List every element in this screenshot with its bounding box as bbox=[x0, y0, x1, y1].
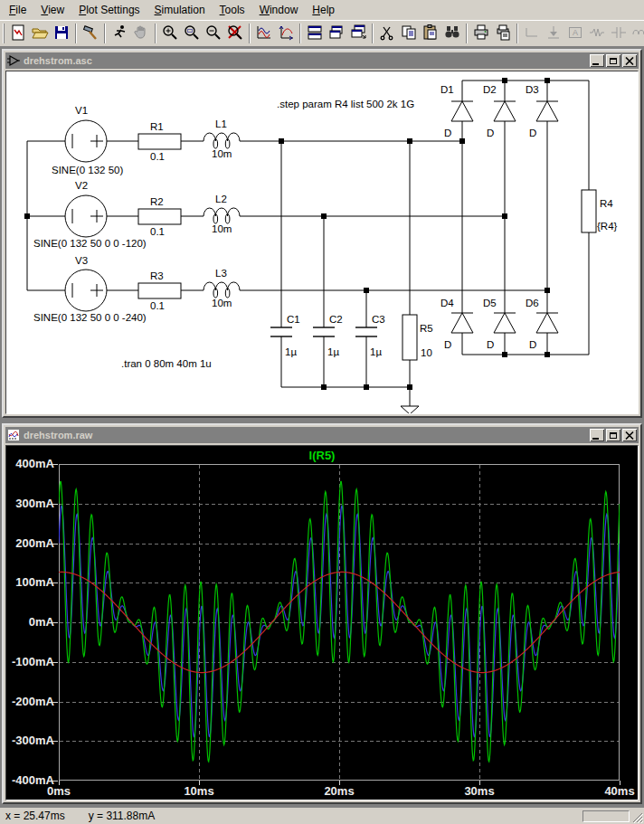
schematic-window-title: drehstrom.asc bbox=[24, 55, 590, 66]
tile-vertical-button[interactable] bbox=[326, 23, 347, 44]
plot-axes-button[interactable] bbox=[275, 23, 297, 44]
open-button[interactable] bbox=[29, 23, 51, 44]
menu-tools[interactable]: Tools bbox=[213, 1, 252, 19]
print-button[interactable] bbox=[470, 23, 492, 44]
toolbar-separator bbox=[466, 24, 468, 43]
new-schematic-icon bbox=[9, 24, 27, 44]
schematic-label: C2 bbox=[329, 314, 343, 325]
minimize-button[interactable] bbox=[590, 429, 604, 441]
menu-window[interactable]: Window bbox=[252, 1, 306, 19]
schematic-label: R5 bbox=[420, 323, 433, 334]
maximize-button[interactable] bbox=[606, 54, 620, 67]
junction-dot bbox=[502, 78, 507, 83]
y-tick-label: -300mA bbox=[6, 734, 54, 748]
schematic-label: 10m bbox=[212, 148, 232, 159]
plot-canvas[interactable] bbox=[59, 464, 620, 781]
schematic-label: L2 bbox=[215, 194, 227, 204]
zoom-fit-icon bbox=[183, 24, 201, 44]
waveform-window: drehstrom.raw I(R5) 400mA300mA200mA100mA… bbox=[2, 423, 642, 804]
diode-symbol bbox=[494, 313, 516, 333]
schematic-label: 1µ bbox=[370, 346, 382, 357]
x-tick-mark bbox=[339, 781, 340, 785]
schematic-label: {R4} bbox=[597, 221, 618, 232]
schematic-label: D6 bbox=[526, 298, 539, 308]
control-panel-icon bbox=[81, 24, 99, 44]
paste-button[interactable] bbox=[420, 23, 441, 44]
junction-dot bbox=[407, 138, 412, 144]
resistor-symbol bbox=[582, 190, 596, 232]
copy-button[interactable] bbox=[398, 23, 420, 44]
y-tick-mark bbox=[52, 662, 58, 663]
new-schematic-button[interactable] bbox=[7, 23, 29, 44]
mdi-area: drehstrom.asc V1SINE(0 132 50)V2SINE(0 1… bbox=[0, 47, 644, 808]
print-preview-button[interactable] bbox=[492, 23, 514, 44]
y-tick-label: 200mA bbox=[6, 536, 54, 551]
schematic-label: .tran 0 80m 40m 1u bbox=[121, 358, 212, 369]
resistor-symbol bbox=[138, 283, 181, 298]
menu-view[interactable]: View bbox=[33, 1, 71, 19]
schematic-canvas[interactable]: V1SINE(0 132 50)V2SINE(0 132 50 0 0 -120… bbox=[5, 71, 639, 414]
cut-button[interactable] bbox=[376, 23, 398, 44]
schematic-titlebar[interactable]: drehstrom.asc bbox=[5, 52, 639, 69]
junction-dot bbox=[364, 384, 369, 390]
close-icon[interactable] bbox=[622, 429, 637, 441]
zoom-out-button[interactable] bbox=[203, 23, 224, 44]
menu-simulation[interactable]: Simulation bbox=[147, 1, 213, 19]
resistor-symbol bbox=[138, 209, 181, 224]
schematic-label: SINE(0 132 50 0 0 -120) bbox=[33, 238, 147, 249]
menu-file[interactable]: File bbox=[2, 1, 33, 19]
schematic-label: L1 bbox=[215, 118, 227, 129]
junction-dot bbox=[502, 352, 507, 357]
y-tick-label: -200mA bbox=[6, 695, 54, 709]
status-bar: x = 25.47ms y = 311.88mA bbox=[0, 808, 644, 824]
schematic-window-icon bbox=[7, 54, 20, 67]
trace-legend[interactable]: I(R5) bbox=[6, 449, 638, 462]
menu-bar: FileViewPlot SettingsSimulationToolsWind… bbox=[0, 0, 644, 20]
wire-icon bbox=[523, 24, 541, 44]
print-preview-icon bbox=[494, 24, 512, 44]
toolbar-separator bbox=[372, 24, 374, 43]
zoom-fit-button[interactable] bbox=[181, 23, 203, 44]
y-tick-mark bbox=[52, 544, 58, 545]
close-icon[interactable] bbox=[622, 54, 637, 67]
inductor-symbol bbox=[204, 133, 240, 141]
schematic-label: .step param R4 list 500 2k 1G bbox=[277, 99, 414, 109]
tile-horizontal-button[interactable] bbox=[304, 23, 326, 44]
y-tick-mark bbox=[52, 702, 58, 703]
resize-grip[interactable] bbox=[631, 811, 643, 823]
maximize-button[interactable] bbox=[606, 429, 620, 441]
zoom-full-button[interactable] bbox=[224, 23, 246, 44]
save-icon bbox=[52, 24, 71, 44]
schematic-label: 1µ bbox=[285, 346, 297, 357]
zoom-in-button[interactable] bbox=[159, 23, 181, 44]
save-button[interactable] bbox=[51, 23, 72, 44]
y-tick-mark bbox=[52, 741, 58, 742]
autorange-button[interactable] bbox=[253, 23, 275, 44]
find-button[interactable] bbox=[441, 23, 463, 44]
x-tick-label: 20ms bbox=[312, 784, 366, 798]
menu-plot-settings[interactable]: Plot Settings bbox=[71, 1, 147, 19]
menu-help[interactable]: Help bbox=[305, 1, 342, 19]
run-button[interactable] bbox=[109, 23, 130, 44]
y-tick-label: 0mA bbox=[6, 615, 54, 630]
schematic-label: D1 bbox=[440, 84, 454, 95]
cursor-y-readout: y = 311.88mA bbox=[89, 810, 156, 822]
schematic-label: SINE(0 132 50) bbox=[52, 165, 123, 175]
open-icon bbox=[31, 24, 49, 44]
schematic-label: R2 bbox=[150, 196, 164, 207]
junction-dot bbox=[545, 288, 550, 293]
schematic-label: SINE(0 132 50 0 0 -240) bbox=[33, 312, 147, 323]
waveform-titlebar[interactable]: drehstrom.raw bbox=[5, 427, 639, 443]
diode-symbol bbox=[451, 101, 473, 121]
schematic-label: D4 bbox=[440, 298, 454, 308]
toolbar-handle[interactable] bbox=[3, 24, 5, 43]
inductor-symbol bbox=[204, 282, 240, 290]
schematic-label: D bbox=[444, 339, 451, 350]
schematic-label: D bbox=[529, 339, 536, 350]
halt-button bbox=[130, 23, 152, 44]
waveform-plot[interactable]: I(R5) 400mA300mA200mA100mA0mA-100mA-200m… bbox=[5, 445, 639, 800]
schematic-label: L3 bbox=[215, 268, 227, 279]
cascade-button[interactable] bbox=[347, 23, 369, 44]
control-panel-button[interactable] bbox=[80, 23, 101, 44]
minimize-button[interactable] bbox=[590, 54, 604, 67]
